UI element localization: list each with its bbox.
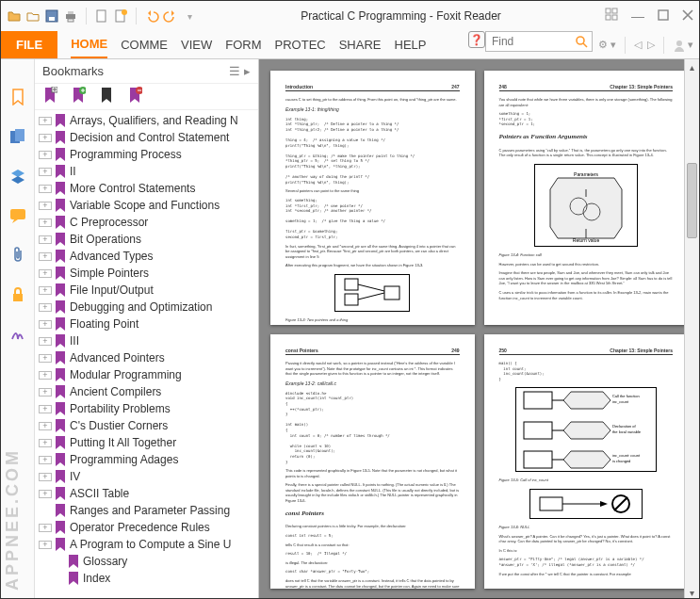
tab-share[interactable]: SHARE (339, 32, 382, 57)
expand-icon[interactable]: + (39, 405, 52, 413)
expand-icon[interactable]: + (39, 456, 52, 464)
expand-icon[interactable]: + (39, 354, 52, 363)
bookmarks-list[interactable]: +Arrays, Qualifiers, and Reading N+Decis… (35, 110, 258, 599)
attachments-rail-icon[interactable] (8, 246, 27, 265)
bookmark-item[interactable]: +IV (35, 468, 258, 485)
expand-icon[interactable]: + (39, 541, 52, 549)
goto-bookmark-icon[interactable] (99, 87, 114, 107)
scroll-thumb[interactable] (687, 163, 697, 238)
page-thumb[interactable]: const Pointers249 Passing it directly wo… (270, 334, 475, 589)
open-icon[interactable] (7, 8, 22, 24)
bookmark-item[interactable]: +Bit Operations (35, 231, 258, 248)
tab-view[interactable]: VIEW (181, 32, 212, 57)
comments-rail-icon[interactable] (8, 206, 27, 225)
bookmark-item[interactable]: +C's Dustier Corners (35, 417, 258, 434)
tab-protec[interactable]: PROTEC (275, 32, 326, 57)
bookmark-item[interactable]: +Advanced Types (35, 248, 258, 265)
expand-icon[interactable]: + (39, 168, 52, 176)
expand-icon[interactable]: + (39, 235, 52, 244)
bookmark-item[interactable]: +ASCII Table (35, 485, 258, 502)
expand-bookmark-icon[interactable] (42, 87, 57, 107)
tab-help[interactable]: HELP (395, 32, 427, 57)
bookmark-item[interactable]: +Decision and Control Statement (35, 129, 258, 146)
close-icon[interactable] (682, 8, 693, 24)
expand-icon[interactable]: + (39, 320, 52, 329)
bookmark-item[interactable]: +Advanced Pointers (35, 349, 258, 366)
tab-home[interactable]: HOME (71, 31, 107, 58)
expand-icon[interactable]: + (39, 269, 52, 278)
expand-icon[interactable]: + (39, 219, 52, 227)
scroll-up-icon[interactable]: ▴ (685, 59, 699, 74)
open-alt-icon[interactable] (25, 8, 41, 24)
undo-icon[interactable] (144, 8, 159, 24)
pages-rail-icon[interactable] (8, 127, 27, 146)
save-icon[interactable] (44, 8, 59, 24)
expand-icon[interactable]: + (39, 134, 52, 142)
bookmark-item[interactable]: +Ancient Compilers (35, 383, 258, 400)
expand-icon[interactable]: + (39, 371, 52, 380)
file-tab[interactable]: FILE (1, 31, 57, 58)
gear-icon[interactable]: ⚙ ▾ (598, 39, 616, 51)
scroll-down-icon[interactable]: ▾ (685, 585, 699, 599)
bookmark-item[interactable]: +Portability Problems (35, 400, 258, 417)
print-icon[interactable] (63, 8, 78, 24)
blank-page-icon[interactable] (94, 8, 109, 24)
maximize-icon[interactable] (658, 8, 669, 24)
security-rail-icon[interactable] (8, 285, 27, 304)
signatures-rail-icon[interactable] (8, 325, 27, 344)
user-icon[interactable]: ▾ (673, 39, 693, 52)
search-box[interactable] (485, 31, 593, 52)
bookmark-item[interactable]: +Debugging and Optimization (35, 299, 258, 316)
redo-icon[interactable] (163, 8, 178, 24)
bookmark-item[interactable]: +A Program to Compute a Sine U (35, 536, 258, 553)
minimize-icon[interactable]: — (631, 8, 644, 24)
page-thumb[interactable]: Introduction247 causes C to set thing_pt… (270, 71, 475, 325)
search-icon[interactable] (571, 32, 592, 51)
viewer-scrollbar[interactable]: ▴ ▾ (684, 59, 699, 599)
expand-icon[interactable]: + (39, 422, 52, 430)
bookmark-item[interactable]: +C Preprocessor (35, 214, 258, 231)
bookmark-item[interactable]: +Programming Process (35, 146, 258, 163)
expand-icon[interactable]: + (39, 252, 52, 261)
tab-comme[interactable]: COMME (121, 32, 168, 57)
expand-icon[interactable]: + (39, 286, 52, 295)
page-viewer[interactable]: Introduction247 causes C to set thing_pt… (259, 59, 699, 599)
bookmark-item[interactable]: +III (35, 332, 258, 349)
bookmark-item[interactable]: +File Input/Output (35, 282, 258, 299)
expand-icon[interactable]: + (39, 388, 52, 397)
bookmark-item[interactable]: +Programming Adages (35, 451, 258, 468)
bookmark-item[interactable]: +Simple Pointers (35, 265, 258, 282)
bookmark-item[interactable]: Glossary (35, 553, 258, 570)
delete-bookmark-icon[interactable] (127, 87, 142, 107)
expand-icon[interactable]: + (39, 439, 52, 447)
expand-icon[interactable]: + (39, 490, 52, 498)
bookmark-item[interactable]: +Arrays, Qualifiers, and Reading N (35, 112, 258, 129)
search-input[interactable] (486, 35, 571, 48)
expand-icon[interactable]: + (39, 473, 52, 481)
bookmark-item[interactable]: +II (35, 163, 258, 180)
bookmark-item[interactable]: +More Control Statements (35, 180, 258, 197)
ribbon-toggle-icon[interactable] (605, 8, 618, 24)
expand-icon[interactable]: + (39, 117, 52, 125)
bookmark-rail-icon[interactable] (8, 88, 27, 106)
expand-icon[interactable]: + (39, 524, 52, 532)
nav-fwd-icon[interactable]: ▷ (647, 39, 655, 51)
bookmark-item[interactable]: +Floating Point (35, 316, 258, 332)
tab-form[interactable]: FORM (225, 32, 261, 57)
layers-rail-icon[interactable] (8, 167, 27, 186)
bookmark-item[interactable]: Ranges and Parameter Passing (35, 502, 258, 519)
bookmark-item[interactable]: Index (35, 570, 258, 587)
panel-menu-icon[interactable]: ☰ ▸ (229, 64, 251, 78)
help-icon[interactable]: ❓ (468, 31, 485, 48)
expand-icon[interactable]: + (39, 337, 52, 346)
expand-icon[interactable]: + (39, 202, 52, 210)
expand-icon[interactable]: + (39, 151, 52, 159)
bookmark-item[interactable]: +Variable Scope and Functions (35, 197, 258, 214)
new-page-icon[interactable] (113, 8, 128, 24)
nav-back-icon[interactable]: ◁ (634, 39, 642, 51)
expand-icon[interactable]: + (39, 303, 52, 312)
bookmark-item[interactable]: +Modular Programming (35, 366, 258, 383)
add-bookmark-icon[interactable] (71, 87, 86, 107)
expand-icon[interactable]: + (39, 185, 52, 193)
qa-dropdown-icon[interactable]: ▾ (182, 8, 197, 24)
